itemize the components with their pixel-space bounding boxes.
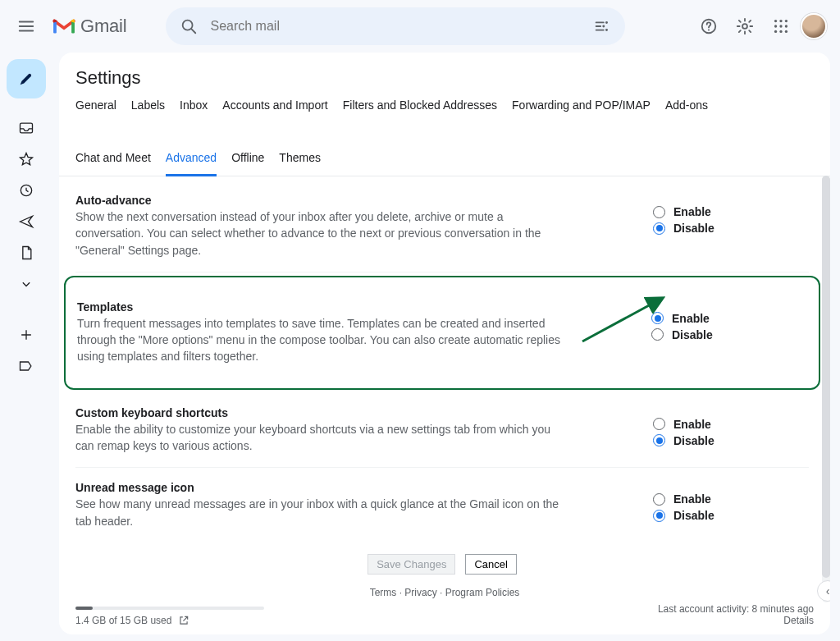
drafts-icon[interactable] <box>11 240 42 266</box>
radio-label: Disable <box>673 434 714 447</box>
setting-title: Auto-advance <box>75 194 620 207</box>
svg-point-10 <box>774 20 777 22</box>
radio-unread_icon-disable[interactable]: Disable <box>653 509 809 522</box>
setting-unread_icon: Unread message iconSee how many unread m… <box>75 468 809 543</box>
svg-point-18 <box>785 30 788 33</box>
tab-labels[interactable]: Labels <box>131 98 165 121</box>
svg-point-6 <box>605 29 608 31</box>
svg-point-15 <box>785 25 788 27</box>
radio-label: Disable <box>672 328 713 341</box>
search-bar[interactable] <box>166 7 625 45</box>
radio-label: Enable <box>673 205 711 218</box>
radio-icon <box>653 434 665 446</box>
svg-point-12 <box>785 20 788 22</box>
setting-description: Enable the ability to customize your key… <box>75 421 568 455</box>
setting-custom_shortcuts: Custom keyboard shortcutsEnable the abil… <box>75 393 809 469</box>
search-input[interactable] <box>205 19 586 34</box>
tab-inbox[interactable]: Inbox <box>180 98 208 121</box>
footer-link-terms[interactable]: Terms <box>370 587 397 598</box>
setting-title: Templates <box>77 300 619 314</box>
setting-templates: TemplatesTurn frequent messages into tem… <box>77 287 807 378</box>
tab-add-ons[interactable]: Add-ons <box>665 98 708 121</box>
tab-general[interactable]: General <box>75 98 116 121</box>
svg-line-3 <box>192 29 196 33</box>
svg-point-17 <box>779 30 782 33</box>
settings-body: Auto-advanceShow the next conversation i… <box>59 172 825 587</box>
sent-icon[interactable] <box>11 208 42 235</box>
label-icon[interactable] <box>11 353 42 379</box>
radio-icon <box>651 328 664 341</box>
support-icon[interactable] <box>692 10 725 43</box>
google-apps-icon[interactable] <box>765 10 797 43</box>
svg-point-16 <box>774 30 777 33</box>
storage-info: 1.4 GB of 15 GB used <box>75 607 264 626</box>
nav-sidebar <box>0 53 52 641</box>
radio-auto_advance-enable[interactable]: Enable <box>653 205 809 218</box>
setting-auto_advance: Auto-advanceShow the next conversation i… <box>75 181 809 272</box>
radio-custom_shortcuts-disable[interactable]: Disable <box>653 434 809 447</box>
more-icon[interactable] <box>11 271 42 297</box>
starred-icon[interactable] <box>11 146 42 172</box>
footer-link-program-policies[interactable]: Program Policies <box>445 587 520 598</box>
svg-point-14 <box>779 25 782 27</box>
svg-point-5 <box>603 25 605 28</box>
svg-rect-19 <box>21 123 33 133</box>
radio-icon <box>653 493 665 506</box>
save-changes-button: Save Changes <box>368 554 455 575</box>
radio-label: Enable <box>673 418 711 431</box>
radio-templates-disable[interactable]: Disable <box>651 328 807 341</box>
settings-gear-icon[interactable] <box>728 10 761 43</box>
radio-label: Enable <box>673 492 711 506</box>
account-avatar[interactable] <box>801 13 827 39</box>
snoozed-icon[interactable] <box>11 177 42 204</box>
details-link[interactable]: Details <box>783 615 814 626</box>
radio-icon <box>653 510 665 522</box>
setting-title: Custom keyboard shortcuts <box>75 406 620 419</box>
search-options-icon[interactable] <box>586 10 619 43</box>
cancel-button[interactable]: Cancel <box>465 554 516 575</box>
svg-point-11 <box>779 20 782 22</box>
radio-label: Enable <box>672 312 710 325</box>
radio-icon <box>653 206 665 218</box>
svg-point-9 <box>742 24 747 29</box>
radio-icon <box>651 312 664 324</box>
radio-unread_icon-enable[interactable]: Enable <box>653 492 809 506</box>
gmail-logo-text: Gmail <box>80 16 126 37</box>
main-menu-button[interactable] <box>10 10 43 43</box>
tab-accounts-and-import[interactable]: Accounts and Import <box>222 98 327 121</box>
settings-tabs: GeneralLabelsInboxAccounts and ImportFil… <box>59 98 830 176</box>
radio-label: Disable <box>673 222 714 235</box>
gmail-logo-icon <box>52 17 75 35</box>
radio-icon <box>653 418 665 430</box>
settings-panel: Settings GeneralLabelsInboxAccounts and … <box>59 53 830 634</box>
inbox-icon[interactable] <box>11 115 42 141</box>
setting-title: Unread message icon <box>75 481 620 494</box>
page-title: Settings <box>59 67 830 98</box>
setting-description: See how many unread messages are in your… <box>75 496 568 529</box>
setting-description: Turn frequent messages into templates to… <box>77 315 569 365</box>
storage-text: 1.4 GB of 15 GB used <box>75 615 171 626</box>
svg-point-4 <box>605 21 608 24</box>
search-icon[interactable] <box>172 10 205 43</box>
footer-link-privacy[interactable]: Privacy <box>404 587 436 598</box>
radio-templates-enable[interactable]: Enable <box>651 312 807 325</box>
account-activity-text: Last account activity: 8 minutes ago <box>658 603 814 615</box>
setting-description: Show the next conversation instead of yo… <box>75 208 568 259</box>
radio-custom_shortcuts-enable[interactable]: Enable <box>653 418 809 431</box>
footer-links: Terms · Privacy · Program Policies <box>75 587 814 598</box>
radio-label: Disable <box>673 509 714 522</box>
compose-button[interactable] <box>7 59 46 98</box>
tab-filters-and-blocked-addresses[interactable]: Filters and Blocked Addresses <box>343 98 497 121</box>
app-header: Gmail <box>0 0 840 53</box>
footer: Terms · Privacy · Program Policies 1.4 G… <box>59 582 830 634</box>
radio-auto_advance-disable[interactable]: Disable <box>653 222 809 235</box>
gmail-logo[interactable]: Gmail <box>52 16 126 37</box>
svg-point-8 <box>708 30 710 31</box>
action-buttons: Save Changes Cancel <box>75 543 809 581</box>
radio-icon <box>653 222 665 235</box>
tab-forwarding-and-pop-imap[interactable]: Forwarding and POP/IMAP <box>512 98 651 121</box>
new-label-icon[interactable] <box>11 322 42 348</box>
svg-point-13 <box>774 25 777 27</box>
open-in-new-icon[interactable] <box>178 615 189 626</box>
